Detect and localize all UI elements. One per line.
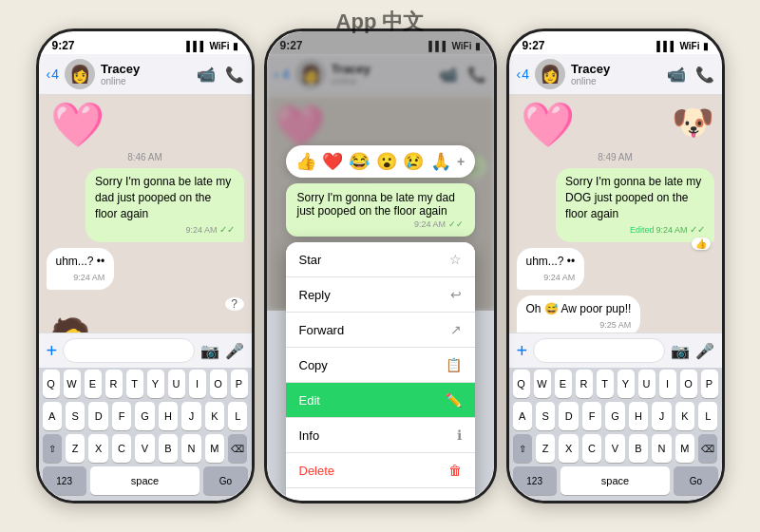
plus-icon-1[interactable]: + [47,340,58,362]
key-v[interactable]: V [135,434,154,463]
key-3-o[interactable]: O [680,370,697,398]
call-icon-3[interactable]: 📞 [695,66,714,84]
context-msg-bubble: Sorry I'm gonna be late my dad just poop… [286,183,475,237]
chevron-left-icon-3: ‹ [517,66,522,82]
key-3-x[interactable]: X [559,434,578,463]
key-j[interactable]: J [181,402,200,430]
react-pray[interactable]: 🙏 [430,151,451,172]
message-input-3[interactable] [533,338,664,363]
key-3-shift[interactable]: ⇧ [513,434,532,463]
key-u[interactable]: U [168,370,185,398]
key-m[interactable]: M [205,434,224,463]
key-3-g[interactable]: G [605,402,624,430]
back-button-3[interactable]: ‹ 4 [517,66,529,82]
context-menu: Star ☆ Reply ↩ Forward ↗ Copy 📋 Edit [286,242,475,501]
key-d[interactable]: D [88,402,107,430]
react-more[interactable]: + [457,154,465,169]
key-delete[interactable]: ⌫ [228,434,247,463]
key-o[interactable]: O [210,370,227,398]
menu-copy[interactable]: Copy 📋 [286,348,475,383]
mic-icon-1[interactable]: 🎤 [225,342,244,360]
key-3-u[interactable]: U [638,370,656,398]
key-g[interactable]: G [135,402,154,430]
react-laugh[interactable]: 😂 [349,151,370,172]
key-space[interactable]: space [90,466,200,495]
back-button-1[interactable]: ‹ 4 [47,66,59,82]
key-shift[interactable]: ⇧ [43,434,62,463]
key-3-n[interactable]: N [652,434,671,463]
menu-delete[interactable]: Delete 🗑 [286,453,475,488]
key-a[interactable]: A [43,402,62,430]
key-r[interactable]: R [105,370,123,398]
message-input-1[interactable] [63,338,194,363]
key-3-e[interactable]: E [555,370,572,398]
key-n[interactable]: N [181,434,200,463]
mic-icon-3[interactable]: 🎤 [695,342,714,360]
key-3-b[interactable]: B [629,434,648,463]
key-3-m[interactable]: M [675,434,694,463]
key-3-c[interactable]: C [582,434,601,463]
plus-icon-3[interactable]: + [517,340,528,362]
key-3-t[interactable]: T [597,370,614,398]
key-row-3: ⇧ Z X C V B N M ⌫ [39,432,252,465]
key-s[interactable]: S [66,402,85,430]
key-c[interactable]: C [112,434,131,463]
key-3-q[interactable]: Q [513,370,530,398]
key-3-space[interactable]: space [560,466,671,495]
key-3-f[interactable]: F [582,402,601,430]
react-sad[interactable]: 😢 [403,151,424,172]
key-p[interactable]: P [231,370,248,398]
key-q[interactable]: Q [43,370,60,398]
key-123[interactable]: 123 [43,466,86,495]
key-3-d[interactable]: D [559,402,578,430]
key-3-r[interactable]: R [576,370,593,398]
menu-more[interactable]: More... [286,488,475,501]
recv-msg-3: uhm...? •• 9:24 AM [517,248,714,289]
key-3-a[interactable]: A [513,402,532,430]
key-3-123[interactable]: 123 [513,466,557,495]
key-3-s[interactable]: S [536,402,555,430]
video-icon-1[interactable]: 📹 [197,66,216,84]
key-i[interactable]: I [189,370,206,398]
react-heart[interactable]: ❤️ [322,151,343,172]
call-icon-1[interactable]: 📞 [225,66,244,84]
key-l[interactable]: L [228,402,247,430]
key-y[interactable]: Y [147,370,164,398]
menu-star[interactable]: Star ☆ [286,242,475,277]
contact-info-1: Tracey online [101,62,191,86]
react-thumbs-up[interactable]: 👍 [295,151,316,172]
video-icon-3[interactable]: 📹 [667,66,686,84]
key-w[interactable]: W [64,370,81,398]
key-go[interactable]: Go [203,466,247,495]
menu-edit[interactable]: Edit ✏️ [286,383,475,418]
man-sticker-1: 🧔 [47,316,94,332]
key-k[interactable]: K [205,402,224,430]
key-f[interactable]: F [112,402,131,430]
key-3-go[interactable]: Go [674,466,717,495]
key-3-z[interactable]: Z [536,434,555,463]
key-3-l[interactable]: L [698,402,717,430]
camera-icon-3[interactable]: 📷 [671,342,690,360]
key-3-v[interactable]: V [605,434,624,463]
key-3-k[interactable]: K [675,402,694,430]
menu-reply[interactable]: Reply ↩ [286,277,475,313]
key-3-j[interactable]: J [652,402,671,430]
key-t[interactable]: T [126,370,143,398]
menu-forward[interactable]: Forward ↗ [286,313,475,348]
key-3-p[interactable]: P [701,370,718,398]
react-wow[interactable]: 😮 [376,151,397,172]
key-3-i[interactable]: I [659,370,676,398]
key-h[interactable]: H [159,402,178,430]
key-x[interactable]: X [88,434,107,463]
key-e[interactable]: E [85,370,102,398]
key-b[interactable]: B [159,434,178,463]
menu-info[interactable]: Info ℹ [286,418,475,453]
contact-name-1: Tracey [101,62,191,76]
key-3-y[interactable]: Y [618,370,635,398]
key-3-delete[interactable]: ⌫ [698,434,717,463]
key-3-h[interactable]: H [629,402,648,430]
wifi-icon-3: WiFi [679,41,699,51]
key-3-w[interactable]: W [534,370,551,398]
camera-icon-1[interactable]: 📷 [200,342,219,360]
key-z[interactable]: Z [66,434,85,463]
